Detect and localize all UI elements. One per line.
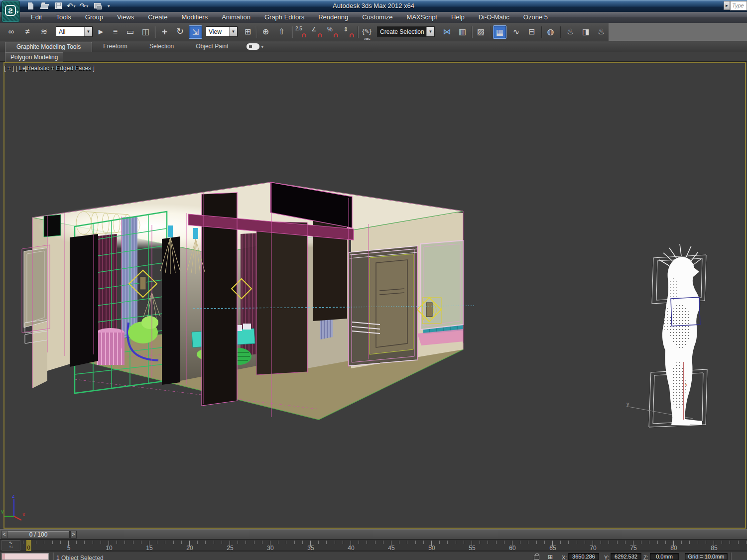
menu-edit[interactable]: Edit bbox=[24, 12, 49, 23]
use-pivot-point-icon[interactable]: ⊞ bbox=[241, 25, 254, 39]
align-icon[interactable]: ▥ bbox=[456, 25, 469, 39]
reference-figure: x y bbox=[626, 244, 707, 427]
undo-dropdown-caret[interactable]: ▾ bbox=[74, 4, 76, 8]
reference-coordinate-dropdown[interactable]: View ▼ bbox=[206, 26, 238, 37]
tick-label: 10 bbox=[99, 545, 119, 552]
curve-editor-icon[interactable]: ∿ bbox=[509, 25, 523, 39]
render-setup-icon[interactable]: ♨ bbox=[564, 25, 577, 39]
percent-snap-icon[interactable]: % bbox=[326, 25, 340, 39]
select-and-move-icon[interactable]: + bbox=[158, 25, 171, 39]
keyboard-shortcut-override-icon[interactable]: ⇧ bbox=[275, 25, 288, 39]
ribbon-minimize-button[interactable] bbox=[247, 43, 259, 50]
viewport-label-shading[interactable]: [Realistic + Edged Faces ] bbox=[25, 65, 95, 72]
bind-to-space-warp-icon[interactable]: ≋ bbox=[37, 25, 51, 39]
tick-label: 35 bbox=[301, 545, 321, 552]
undo-button[interactable]: ↶ bbox=[67, 1, 73, 10]
toolbar-separator bbox=[256, 26, 256, 38]
chevron-down-icon[interactable]: ▾ bbox=[261, 45, 263, 49]
spinner-snap-icon[interactable]: ⇕ bbox=[342, 25, 356, 39]
tab-freeform[interactable]: Freeform bbox=[92, 42, 138, 52]
render-production-icon[interactable]: ♨ bbox=[595, 25, 608, 39]
z-coordinate-field[interactable]: 0.0mm bbox=[650, 553, 679, 560]
menu-create[interactable]: Create bbox=[141, 12, 174, 23]
named-selection-sets-dropdown[interactable]: Create Selection Se ▼ bbox=[377, 26, 435, 37]
application-menu-button[interactable]: Ƨ ▾ bbox=[1, 0, 20, 22]
menu-rendering[interactable]: Rendering bbox=[311, 12, 355, 23]
tab-polygon-modeling[interactable]: Polygon Modeling bbox=[5, 52, 63, 62]
track-bar[interactable]: 0 5 10 15 20 25 30 35 40 45 50 55 60 65 … bbox=[0, 539, 747, 551]
rectangular-selection-region-icon[interactable]: ▭ bbox=[124, 25, 137, 39]
ribbon-panel-row: Polygon Modeling bbox=[0, 52, 747, 62]
open-mini-curve-editor-button[interactable]: ∿ ↑↓ bbox=[1, 540, 20, 551]
ribbon-tab-bar: Graphite Modeling Tools Freeform Selecti… bbox=[0, 41, 747, 52]
toolbar-separator bbox=[472, 26, 472, 38]
search-input[interactable]: Type bbox=[730, 1, 747, 10]
viewport-label-left[interactable]: [ + ] [ Lef bbox=[4, 65, 27, 72]
chevron-down-icon: ▼ bbox=[84, 27, 92, 36]
select-and-link-icon[interactable]: ∞ bbox=[4, 25, 18, 39]
redo-dropdown-caret[interactable]: ▾ bbox=[86, 4, 88, 8]
rendered-frame-window-icon[interactable]: ◨ bbox=[579, 25, 593, 39]
quick-access-toolbar: ↶▾ ↷▾ ▼ bbox=[25, 0, 111, 11]
selection-filter-dropdown[interactable]: All ▼ bbox=[56, 26, 93, 37]
menu-ozone5[interactable]: Ozone 5 bbox=[516, 12, 555, 23]
workspace-dropdown-caret[interactable]: ▼ bbox=[107, 4, 111, 8]
edit-named-selection-sets-icon[interactable]: {✎}ABC bbox=[360, 25, 374, 39]
time-slider-track[interactable]: < 0 / 100 > bbox=[0, 529, 747, 539]
manage-layers-icon[interactable]: ▨ bbox=[474, 25, 488, 39]
menu-views[interactable]: Views bbox=[110, 12, 141, 23]
select-and-manipulate-icon[interactable]: ⊕ bbox=[259, 25, 272, 39]
next-frame-button[interactable]: > bbox=[70, 531, 77, 539]
menu-maxscript[interactable]: MAXScript bbox=[400, 12, 444, 23]
material-editor-icon[interactable]: ◍ bbox=[544, 25, 557, 39]
unlink-selection-icon[interactable]: ≠ bbox=[21, 25, 34, 39]
save-floppy-icon bbox=[55, 2, 62, 9]
tick-label: 65 bbox=[543, 545, 563, 552]
project-workspace-button[interactable] bbox=[92, 1, 104, 11]
open-file-button[interactable] bbox=[39, 1, 51, 11]
window-crossing-icon[interactable]: ◫ bbox=[139, 25, 152, 39]
viewport-canvas[interactable]: x y z y x bbox=[0, 62, 747, 528]
x-coordinate-field[interactable]: 3650.286 bbox=[568, 553, 599, 560]
menu-di-o-matic[interactable]: Di-O-Matic bbox=[472, 12, 516, 23]
menu-tools[interactable]: Tools bbox=[49, 12, 78, 23]
select-and-rotate-icon[interactable]: ↻ bbox=[173, 25, 187, 39]
select-by-name-icon[interactable]: ≡ bbox=[109, 25, 122, 39]
divider bbox=[53, 553, 53, 560]
search-arrow-button[interactable]: ► bbox=[724, 1, 730, 10]
named-selection-sets-value: Create Selection Se bbox=[380, 28, 427, 35]
tick-label: 30 bbox=[260, 545, 280, 552]
tab-selection[interactable]: Selection bbox=[138, 42, 185, 52]
y-coordinate-field[interactable]: 6292.532 bbox=[611, 553, 641, 560]
graphite-modeling-toggle-icon[interactable]: ▦ bbox=[493, 25, 506, 39]
select-object-icon[interactable]: ► bbox=[94, 25, 108, 39]
main-toolbar: ∞ ≠ ≋ All ▼ ► ≡ ▭ ◫ + ↻ ⇲ View ▼ ⊞ ⊕ ⇧ 2… bbox=[0, 23, 609, 41]
toolbar-separator bbox=[155, 26, 155, 38]
menu-help[interactable]: Help bbox=[444, 12, 472, 23]
menu-group[interactable]: Group bbox=[78, 12, 110, 23]
new-scene-button[interactable] bbox=[25, 1, 37, 11]
select-and-scale-icon[interactable]: ⇲ bbox=[189, 25, 202, 39]
redo-button[interactable]: ↷ bbox=[80, 1, 86, 10]
current-frame-marker[interactable]: 0 bbox=[26, 540, 31, 551]
tick-label: 85 bbox=[704, 545, 724, 552]
maxscript-mini-listener[interactable] bbox=[1, 553, 49, 560]
angle-snap-icon[interactable]: ∠ bbox=[310, 25, 324, 39]
menu-graph-editors[interactable]: Graph Editors bbox=[257, 12, 311, 23]
chevron-down-icon: ▼ bbox=[426, 27, 434, 36]
y-axis-label: y bbox=[1, 508, 4, 514]
menu-animation[interactable]: Animation bbox=[215, 12, 257, 23]
selection-lock-icon[interactable] bbox=[534, 556, 539, 560]
magnet-icon bbox=[318, 33, 322, 37]
save-file-button[interactable] bbox=[53, 1, 65, 11]
absolute-mode-icon[interactable]: ⊞ bbox=[548, 554, 553, 560]
tab-graphite-modeling-tools[interactable]: Graphite Modeling Tools bbox=[5, 42, 92, 52]
tab-object-paint[interactable]: Object Paint bbox=[185, 42, 239, 52]
schematic-view-icon[interactable]: ⊟ bbox=[525, 25, 538, 39]
menu-customize[interactable]: Customize bbox=[355, 12, 399, 23]
snaps-toggle-icon[interactable]: 2.5 bbox=[294, 25, 308, 39]
mirror-icon[interactable]: ⋈ bbox=[440, 25, 454, 39]
menu-modifiers[interactable]: Modifiers bbox=[174, 12, 215, 23]
magnet-icon bbox=[302, 33, 306, 37]
time-slider-handle[interactable]: 0 / 100 bbox=[7, 531, 70, 539]
